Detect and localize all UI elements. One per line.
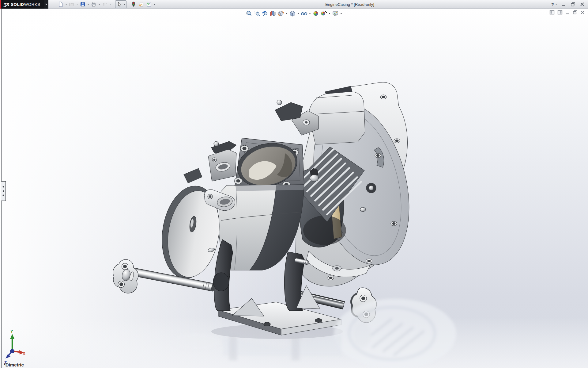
select-button[interactable] bbox=[115, 1, 123, 8]
star-knob-center bbox=[369, 186, 374, 190]
edit-appearance-button[interactable] bbox=[312, 10, 319, 17]
minimize-button[interactable] bbox=[561, 2, 567, 7]
title-bar: ƷS SOLIDWORKS bbox=[0, 0, 588, 9]
collapse-arrow-icon bbox=[2, 194, 4, 197]
window-controls: ? bbox=[551, 0, 588, 9]
rim-sleeve-hole bbox=[335, 267, 339, 270]
options-dropdown-arrow[interactable] bbox=[153, 1, 156, 8]
zoom-to-fit-button[interactable] bbox=[245, 10, 253, 17]
housing-stud bbox=[360, 207, 366, 212]
restore-button[interactable] bbox=[570, 2, 576, 7]
rebuild-button[interactable] bbox=[130, 1, 137, 8]
feature-tree-collapse-tab[interactable] bbox=[1, 181, 6, 201]
select-dropdown-arrow[interactable] bbox=[123, 1, 126, 8]
section-view-button[interactable] bbox=[269, 10, 277, 17]
help-dropdown-arrow[interactable] bbox=[555, 1, 557, 8]
left-clamp-pin bbox=[214, 141, 219, 146]
display-style-icon bbox=[289, 10, 296, 17]
previous-view-button[interactable] bbox=[261, 10, 269, 17]
triad-x-label: X bbox=[23, 351, 25, 356]
arrow-right-icon bbox=[46, 3, 47, 6]
undo-icon bbox=[102, 1, 108, 7]
graphics-viewport[interactable]: Y X Z bbox=[0, 9, 588, 368]
brand-name-works: WORKS bbox=[24, 2, 40, 7]
select-tool-group bbox=[115, 0, 126, 8]
help-button[interactable]: ? bbox=[551, 1, 557, 8]
save-dropdown-arrow[interactable] bbox=[87, 1, 90, 8]
heads-up-toolbar bbox=[245, 10, 343, 17]
options-button[interactable] bbox=[145, 1, 153, 8]
view-settings-icon bbox=[332, 10, 339, 17]
new-dropdown-arrow[interactable] bbox=[65, 1, 68, 8]
help-icon: ? bbox=[551, 2, 554, 7]
hide-show-items-dropdown[interactable] bbox=[308, 10, 311, 17]
collapse-arrow-icon bbox=[2, 186, 4, 188]
solidworks-logo: ƷS SOLIDWORKS bbox=[0, 0, 44, 9]
minimize-document-button[interactable] bbox=[565, 10, 570, 15]
main-toolbar bbox=[57, 0, 156, 9]
undo-button[interactable] bbox=[101, 1, 108, 8]
file-properties-button[interactable] bbox=[138, 1, 145, 8]
zoom-to-fit-icon bbox=[246, 10, 252, 17]
close-button[interactable] bbox=[579, 2, 585, 7]
display-style-button[interactable] bbox=[289, 10, 296, 17]
zoom-to-area-icon bbox=[254, 10, 260, 17]
open-dropdown-arrow[interactable] bbox=[76, 1, 79, 8]
view-orientation-button[interactable] bbox=[277, 10, 285, 17]
document-window-controls bbox=[549, 10, 585, 15]
pane-right-button[interactable] bbox=[557, 10, 563, 15]
display-style-dropdown[interactable] bbox=[297, 10, 300, 17]
brand-name-solid: SOLID bbox=[11, 2, 24, 7]
save-icon bbox=[80, 1, 86, 7]
close-document-button[interactable] bbox=[580, 10, 585, 15]
file-properties-icon bbox=[138, 1, 144, 7]
apply-scene-icon bbox=[320, 10, 327, 17]
open-button[interactable] bbox=[68, 1, 75, 8]
undo-dropdown-arrow[interactable] bbox=[109, 1, 112, 8]
apply-scene-dropdown[interactable] bbox=[328, 10, 331, 17]
zoom-to-area-button[interactable] bbox=[253, 10, 261, 17]
restore-document-button[interactable] bbox=[573, 10, 578, 15]
view-settings-button[interactable] bbox=[332, 10, 339, 17]
collapse-arrow-icon bbox=[2, 190, 4, 192]
clamp-pin bbox=[277, 100, 282, 105]
print-dropdown-arrow[interactable] bbox=[98, 1, 101, 8]
interior-shadow bbox=[303, 216, 346, 245]
print-icon bbox=[91, 1, 97, 7]
hex-plug-dome bbox=[310, 175, 318, 182]
viewport-canvas[interactable]: Y X Z bbox=[0, 9, 588, 368]
triad-y-label: Y bbox=[10, 329, 13, 334]
view-orientation-dropdown[interactable] bbox=[285, 10, 288, 17]
select-cursor-icon bbox=[116, 1, 122, 7]
previous-view-icon bbox=[262, 10, 268, 17]
section-view-icon bbox=[270, 10, 276, 17]
options-icon bbox=[146, 1, 152, 7]
apply-scene-button[interactable] bbox=[320, 10, 327, 17]
traffic-light-icon bbox=[130, 1, 137, 7]
left-hanger bbox=[213, 273, 229, 291]
hide-show-items-button[interactable] bbox=[300, 10, 308, 17]
menu-expand-arrow[interactable] bbox=[44, 0, 48, 9]
document-title: EngineCasing * [Read-only] bbox=[325, 0, 374, 9]
pane-left-button[interactable] bbox=[549, 10, 555, 15]
save-button[interactable] bbox=[79, 1, 86, 8]
new-document-button[interactable] bbox=[57, 1, 64, 8]
new-document-icon bbox=[58, 1, 64, 7]
3ds-logo-glyph: ƷS bbox=[4, 2, 9, 7]
logo-red-stripe bbox=[0, 0, 1, 9]
print-button[interactable] bbox=[90, 1, 97, 8]
hide-show-items-icon bbox=[301, 10, 307, 17]
open-folder-icon bbox=[69, 1, 75, 7]
view-settings-dropdown[interactable] bbox=[340, 10, 343, 17]
view-orientation-icon bbox=[277, 10, 284, 17]
edit-appearance-icon bbox=[312, 10, 319, 17]
view-name-label: *Dimetric bbox=[4, 362, 24, 367]
